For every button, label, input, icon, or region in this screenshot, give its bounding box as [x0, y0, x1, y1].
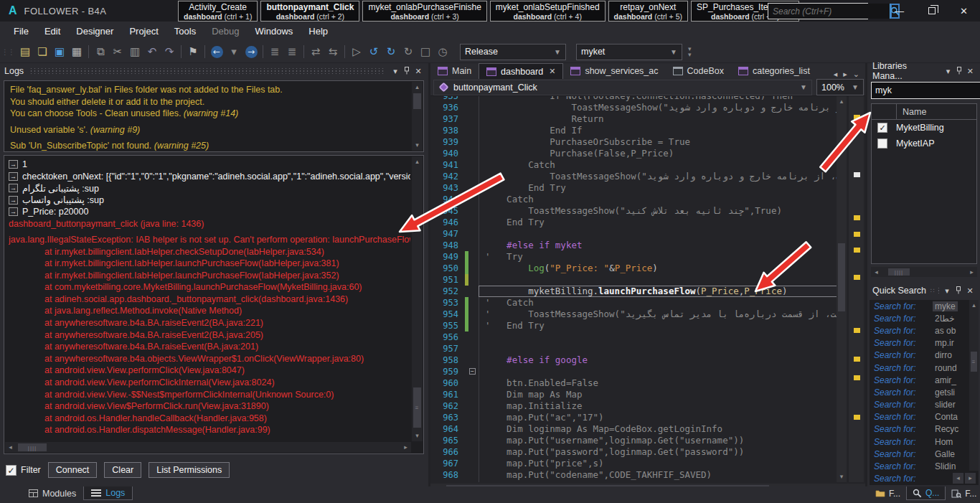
- conditional-config-combo[interactable]: myket▼: [576, 44, 682, 60]
- change-marker[interactable]: [854, 248, 860, 253]
- toolbar-overflow-icon[interactable]: ▾▾: [688, 46, 692, 57]
- library-filter-input[interactable]: [871, 82, 980, 99]
- code-line[interactable]: 942 ToastMessageShow("خطا2 در پرداخت، از…: [430, 171, 847, 182]
- redo-button[interactable]: ↷: [161, 43, 178, 60]
- name-column-header[interactable]: Name: [896, 104, 976, 119]
- stack-line[interactable]: at ir.myket.billingclient.IabHelper.laun…: [9, 258, 410, 270]
- bookmark-tab[interactable]: myket_onlabPurchaseFinishedashboard (ctr…: [362, 1, 486, 22]
- menu-debug[interactable]: Debug: [204, 23, 247, 39]
- menu-windows[interactable]: Windows: [248, 23, 301, 39]
- bookmark-tab[interactable]: Activity_Createdashboard (ctrl + 1): [178, 1, 258, 22]
- change-marker[interactable]: [854, 415, 860, 420]
- scroll-right-icon[interactable]: ▸: [965, 473, 976, 484]
- menu-project[interactable]: Project: [121, 23, 166, 39]
- editor-tab-dashboard[interactable]: dashboard✕: [479, 63, 563, 79]
- quick-search-vertical-scrollbar[interactable]: ▴ ≡: [969, 300, 979, 471]
- stack-line[interactable]: at android.view.View$PerformClick.run(Vi…: [9, 400, 410, 413]
- search-history-item[interactable]: Search for:Hom: [870, 436, 979, 448]
- log-error-line[interactable]: dashboard_buttonpaymant_click (java line…: [9, 218, 410, 230]
- panel-menu-icon[interactable]: ▾: [943, 67, 953, 76]
- scroll-right-icon[interactable]: ▸: [400, 442, 411, 453]
- close-tab-icon[interactable]: ✕: [549, 67, 555, 76]
- pin-icon[interactable]: [953, 286, 964, 296]
- library-checkbox[interactable]: [877, 138, 887, 149]
- scroll-up-icon[interactable]: ▴: [412, 156, 423, 167]
- panel-menu-icon[interactable]: ▾: [390, 67, 401, 76]
- code-line[interactable]: 938 End If: [430, 125, 847, 136]
- editor-vertical-scrollbar[interactable]: ▴ ▾: [837, 96, 847, 482]
- scroll-down-icon[interactable]: ▾: [837, 471, 847, 482]
- code-line[interactable]: 969 Dim retpay As Amir_Retrofit: [430, 481, 847, 482]
- code-line[interactable]: 937 Return: [430, 113, 847, 125]
- log-entry[interactable]: →P_Price: p20000: [9, 206, 410, 218]
- scroll-down-icon[interactable]: ▾: [412, 431, 423, 441]
- change-marker[interactable]: [854, 375, 860, 380]
- search-history-item[interactable]: Search for:slider: [870, 399, 979, 411]
- code-line[interactable]: 936 ToastMessageShow("خطا1 در پرداخت، از…: [430, 102, 847, 113]
- pin-icon[interactable]: [401, 67, 413, 76]
- exception-line[interactable]: java.lang.IllegalStateException: IAB hel…: [9, 234, 410, 246]
- filter-checkbox[interactable]: ✓: [6, 465, 17, 476]
- stack-line[interactable]: at com.myketbilling.core.MyketBilling.la…: [9, 281, 410, 293]
- libraries-horizontal-scrollbar[interactable]: ◂ |||| ▸: [871, 267, 977, 277]
- library-checkbox[interactable]: ✓: [877, 123, 887, 133]
- code-line[interactable]: 960 btn.Enabled=False: [430, 377, 847, 389]
- log-entry[interactable]: →sup: پشتیبانی واتساب: [9, 194, 410, 207]
- scroll-left-icon[interactable]: ◂: [871, 267, 882, 278]
- editor-tab-show_services_ac[interactable]: show_services_ac: [563, 63, 665, 79]
- panel-grip[interactable]: ∷: [930, 287, 935, 294]
- search-history-item[interactable]: Search for:dirro: [870, 349, 979, 362]
- code-line[interactable]: 944 Catch: [430, 194, 847, 205]
- code-line[interactable]: 964 Dim loginmap As Map=CodeBox.getLogin…: [430, 423, 847, 435]
- menu-tools[interactable]: Tools: [166, 23, 204, 39]
- search-history-item[interactable]: Search for:mp.ir: [870, 337, 979, 349]
- list-permissions-button[interactable]: List Permissions: [149, 462, 230, 478]
- code-line[interactable]: 966 map.Put("password",loginmap.Get("pas…: [430, 446, 847, 458]
- restart-rapid-debug-button[interactable]: ↻: [382, 43, 400, 60]
- code-line[interactable]: 956: [430, 332, 847, 343]
- stack-line[interactable]: at ir.myket.billingclient.IabHelper.laun…: [9, 270, 410, 282]
- code-line[interactable]: 967 map.Put("price",s): [430, 458, 847, 469]
- paste-button[interactable]: ▥: [126, 43, 143, 60]
- log-entry[interactable]: →sup: پشتیبانی تلگرام: [9, 182, 410, 194]
- scroll-tabs-left-icon[interactable]: ◂: [834, 70, 838, 79]
- open-project-button[interactable]: ❏: [34, 43, 51, 60]
- code-line[interactable]: 948 #else if myket: [430, 240, 847, 251]
- search-history-item[interactable]: Search for:خطا2: [870, 312, 979, 324]
- stack-line[interactable]: at adineh.social.app.dashboard._buttonpa…: [9, 293, 410, 306]
- search-history-item[interactable]: Search for:round: [870, 362, 979, 374]
- comment-selection-button[interactable]: ≣: [266, 43, 283, 60]
- splitter-right[interactable]: [865, 63, 867, 486]
- undo-button[interactable]: ↶: [143, 43, 161, 60]
- stack-line[interactable]: at anywheresoftware.b4a.objects.ViewWrap…: [9, 353, 410, 365]
- code-line[interactable]: 941 Catch: [430, 159, 847, 171]
- build-configuration-combo[interactable]: Release▼: [460, 44, 566, 60]
- menu-edit[interactable]: Edit: [37, 23, 68, 39]
- code-line[interactable]: 955' End Try: [430, 320, 847, 332]
- code-line[interactable]: 953' Catch: [430, 297, 847, 309]
- editor-tab-categories_list[interactable]: categories_list: [731, 63, 817, 79]
- editor-zoom-combo[interactable]: 100%▼: [816, 79, 864, 95]
- sub-selector-combo[interactable]: buttonpaymant_Click ▼: [433, 80, 812, 95]
- fold-collapse-icon[interactable]: −: [469, 368, 476, 375]
- stack-line[interactable]: at android.view.View.-$$Nest$mperformCli…: [9, 389, 410, 401]
- warnings-vertical-scrollbar[interactable]: ▴ ▾: [412, 82, 423, 151]
- menu-file[interactable]: File: [6, 23, 37, 39]
- bookmark-tab[interactable]: buttonpaymant_Clickdashboard (ctrl + 2): [260, 1, 359, 22]
- close-icon[interactable]: ✕: [964, 286, 976, 296]
- next-sub-button[interactable]: ⇆: [324, 43, 341, 60]
- code-line[interactable]: 947: [430, 228, 847, 240]
- previous-sub-button[interactable]: ⇄: [307, 43, 324, 60]
- search-history-item[interactable]: Search for:Recyc: [870, 423, 979, 436]
- change-marker[interactable]: [854, 115, 860, 120]
- scroll-left-icon[interactable]: ◂: [953, 473, 963, 484]
- change-marker[interactable]: [854, 328, 860, 333]
- save-button[interactable]: ▣: [51, 43, 68, 60]
- code-line[interactable]: 958 #else if google: [430, 354, 847, 366]
- scroll-up-icon[interactable]: ▴: [969, 300, 979, 311]
- search-history-item[interactable]: Search for:Galle: [870, 448, 979, 460]
- recompile-button[interactable]: ↻: [400, 43, 417, 60]
- stack-line[interactable]: at android.os.Handler.dispatchMessage(Ha…: [9, 424, 410, 436]
- menu-help[interactable]: Help: [301, 23, 336, 39]
- stack-line[interactable]: at anywheresoftware.b4a.BA.raiseEvent(BA…: [9, 341, 410, 353]
